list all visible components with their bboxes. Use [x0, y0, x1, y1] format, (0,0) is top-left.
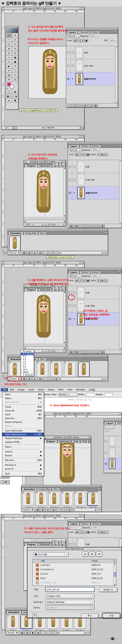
menu-bar-item[interactable]: Filter — [56, 388, 66, 391]
toolbox-tool[interactable]: ▭ — [6, 33, 12, 38]
previous-frame-button[interactable]: ◀❙ — [40, 508, 45, 512]
desktop-shortcut-button[interactable]: ⊡ — [82, 552, 88, 556]
frame-thumbnail[interactable] — [48, 492, 60, 506]
palette-bottom-button[interactable]: ▦ — [100, 224, 104, 228]
animation-frame[interactable]: 2 ⁘0.1 sec.▾ — [35, 491, 48, 508]
file-menu-item[interactable]: Revert — [2, 424, 44, 428]
toolbox-tool[interactable]: ▶ — [6, 64, 12, 68]
document-canvas[interactable]: ▲▼ — [24, 168, 66, 217]
dialog-titlebar[interactable]: Save Optimized As — [28, 548, 122, 550]
next-frame-button[interactable]: ❙▶ — [38, 251, 42, 254]
delete-frame-button[interactable]: ▦ — [54, 377, 58, 380]
layer-row[interactable]: ✎ 입술 — [68, 160, 119, 173]
file-menu-item[interactable]: Update HTML... — [2, 440, 44, 444]
previous-frame-button[interactable]: ◀❙ — [27, 251, 32, 254]
file-row[interactable]: 1.토마토넷 2003.9.4 — [32, 563, 116, 568]
close-box-icon[interactable] — [2, 136, 4, 138]
unify-toggle[interactable]: ◬ — [104, 279, 108, 282]
menu-bar-item[interactable]: File — [1, 388, 8, 391]
close-box-icon[interactable] — [24, 161, 26, 163]
visibility-toggle[interactable] — [104, 436, 108, 447]
sort-direction-button[interactable]: ▲ — [113, 560, 116, 562]
blend-mode-select[interactable]: Normal÷ — [67, 34, 80, 38]
palette-drag-bar[interactable] — [68, 268, 122, 270]
file-menu-item[interactable]: Open... ⌘O — [2, 396, 44, 400]
zoom-box-icon[interactable] — [79, 136, 81, 138]
toolbox-tool[interactable]: ✎ — [12, 46, 18, 51]
lock-toggle[interactable]: ✎ — [79, 530, 82, 534]
animation-tab[interactable]: Animation — [22, 488, 37, 490]
animation-tab[interactable]: Slice — [38, 232, 46, 234]
animation-tab[interactable]: Animation — [6, 611, 22, 614]
screen-mode-button[interactable]: ▣ — [6, 94, 10, 98]
unify-toggle[interactable]: ◉ — [101, 153, 104, 156]
file-menu-item[interactable]: Save Optimized As... ⌥⇧⌘S — [2, 432, 44, 436]
file-menu-item[interactable]: Jump To ▶ — [2, 467, 44, 471]
palette-menu-icon[interactable]: ▶ — [118, 522, 121, 525]
view-tab[interactable]: 2-Up — [52, 541, 58, 546]
tween-button[interactable]: ⁘ — [43, 251, 48, 254]
palette-scrollbar[interactable]: ▲▼ — [115, 46, 118, 104]
link-toggle[interactable]: ✎ — [72, 299, 76, 312]
palette-tab[interactable]: Layers — [67, 31, 78, 34]
jump-to-imageready-fragment[interactable]: ➦ ◘ — [0, 480, 10, 484]
file-row[interactable]: 3.피규어 2005.1.9 — [32, 572, 116, 576]
view-tab[interactable]: 4-Up — [80, 440, 89, 443]
collapse-box-icon[interactable] — [82, 136, 84, 138]
menu-bar-item[interactable]: Window — [74, 388, 86, 391]
close-box-icon[interactable] — [2, 515, 4, 517]
file-row[interactable]: 6.창고 2004.12.31 — [32, 576, 116, 580]
toolbox-tool[interactable]: T — [12, 64, 18, 68]
visibility-toggle[interactable] — [104, 447, 108, 458]
lock-toggle[interactable]: ✛ — [82, 279, 86, 282]
palette-bottom-button[interactable]: ▭ — [78, 104, 82, 107]
help-button[interactable]: ? — [32, 614, 37, 618]
palette-bottom-button[interactable]: ❙▶ — [74, 224, 78, 228]
close-box-icon[interactable] — [44, 436, 46, 438]
view-tab[interactable]: 4-Up — [59, 541, 66, 546]
opacity-field[interactable]: 100%▸ — [92, 148, 100, 152]
unify-toggle[interactable]: ✛ — [97, 530, 100, 534]
swap-colors-icon[interactable]: ⤿ — [16, 82, 18, 84]
document-canvas[interactable] — [28, 46, 72, 98]
delete-frame-button[interactable]: ▦ — [52, 631, 56, 634]
collapse-box-icon[interactable] — [82, 8, 84, 10]
palette-drag-bar[interactable] — [21, 485, 101, 486]
palette-menu-icon[interactable]: ▶ — [118, 271, 121, 274]
layer-row[interactable] — [104, 458, 122, 470]
animation-tab[interactable]: Image Map — [37, 488, 52, 490]
toolbox-tool[interactable]: ◎ — [12, 77, 18, 82]
zoom-box-icon[interactable] — [79, 262, 81, 264]
layer-row[interactable]: ✎ 금발머리여자 — [68, 186, 119, 200]
lock-toggle[interactable]: ■ — [86, 279, 90, 282]
lock-toggle[interactable]: ■ — [86, 530, 90, 534]
file-menu-item[interactable]: Export ▶ — [2, 454, 44, 458]
animation-frame[interactable]: 4 ⁘0.1 sec.▾ — [61, 491, 74, 508]
file-menu-item[interactable]: Import ▶ — [2, 450, 44, 454]
arrow-icon[interactable]: ▸ — [98, 275, 99, 277]
scroll-left-icon[interactable]: ◀ — [82, 127, 84, 129]
palette-hscroll[interactable]: ◀▶ — [72, 508, 97, 511]
zoom-select[interactable]: 300%▾ — [24, 223, 34, 226]
unify-toggle[interactable]: ✛ — [97, 279, 100, 282]
palette-bottom-button[interactable]: ƒ — [68, 104, 72, 107]
palette-tab[interactable]: History — [80, 271, 90, 274]
file-menu-item[interactable]: Place... — [2, 445, 44, 449]
palette-hscroll[interactable]: ◀▶ — [59, 378, 104, 380]
palette-scrollbar[interactable]: ▲▼ — [119, 286, 122, 350]
animation-tab[interactable]: Slice — [38, 358, 46, 360]
view-tab[interactable]: Optimized — [38, 288, 52, 291]
toolbox-tool[interactable]: ▦ — [12, 55, 18, 60]
file-row[interactable]: 7f783006_m.jpg 2005.2.4 — [32, 580, 116, 585]
frame-thumbnail[interactable] — [74, 492, 86, 506]
animation-frame[interactable]: 3 ⁘0.1 sec.▾ — [48, 491, 60, 508]
palette-bottom-button[interactable]: ▦ — [100, 350, 104, 354]
palette-bottom-button[interactable]: ◐ — [83, 104, 88, 107]
unify-toggle[interactable]: ✛ — [97, 153, 100, 156]
palette-hscroll[interactable]: ◀▶ — [59, 252, 104, 254]
toolbox-tool[interactable]: ✂ — [12, 42, 18, 46]
layer-name[interactable]: 눈썹 copy — [86, 304, 95, 307]
horizontal-scrollbar[interactable]: ◀▶ — [24, 346, 66, 349]
resize-grip[interactable] — [98, 508, 100, 511]
palette-bottom-button[interactable]: ❏ — [95, 350, 100, 354]
